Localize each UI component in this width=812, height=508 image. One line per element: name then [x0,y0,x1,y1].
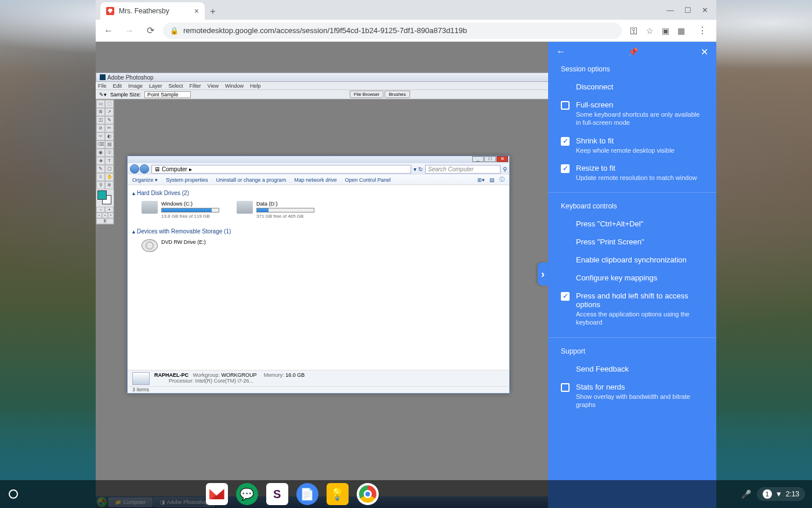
explorer-back-button[interactable] [130,164,139,174]
ps-menu-select[interactable]: Select [169,83,183,89]
explorer-path[interactable]: 🖥 Computer ▸ [151,165,411,174]
key-icon[interactable]: ⚿ [630,26,638,35]
ps-menu-help[interactable]: Help [250,83,261,89]
chrome-menu-button[interactable]: ⋮ [693,25,712,36]
ps-tool[interactable]: ☉ [105,149,114,157]
ps-tool[interactable]: ⬚ [105,100,114,108]
ps-tool[interactable]: ✂ [105,124,114,132]
ps-jump[interactable]: ⎘ [96,218,114,224]
remote-desktop-viewport[interactable]: Adobe Photoshop File Edit Image Layer Se… [96,42,716,508]
drive-d[interactable]: Data (D:) 371 GB free of 465 GB [237,201,314,219]
dvd-drive[interactable]: DVD RW Drive (E:) [142,239,206,252]
system-tray[interactable]: 🎤 1 ▼ 2:13 [741,487,805,501]
ps-menu-file[interactable]: File [98,83,107,89]
maximize-icon[interactable]: ☐ [684,6,691,15]
shift-access-option[interactable]: Press and hold left shift to access opti… [548,287,716,332]
refresh-icon[interactable]: ▾ ↻ [414,166,423,172]
disconnect-button[interactable]: Disconnect [548,78,716,96]
explorer-maximize-icon[interactable]: □ [484,156,496,162]
stats-checkbox[interactable] [561,383,570,392]
explorer-minimize-icon[interactable]: _ [472,156,484,162]
color-swatches[interactable] [96,189,114,207]
extension-icon-2[interactable]: ▦ [677,26,685,35]
ps-tool[interactable]: ⊞ [96,108,105,116]
organize-menu[interactable]: Organize ▾ [132,177,158,183]
pin-icon[interactable]: 📌 [628,47,638,56]
star-icon[interactable]: ☆ [646,26,654,35]
map-drive-button[interactable]: Map network drive [294,177,337,183]
system-properties-button[interactable]: System properties [166,177,208,183]
explorer-forward-button[interactable] [140,164,149,174]
ps-tool[interactable]: ⌫ [96,140,105,149]
ps-menu-image[interactable]: Image [128,83,143,89]
file-browser-tab[interactable]: File Browser [350,91,383,98]
search-icon[interactable]: ⚲ [503,166,507,172]
ps-menu-edit[interactable]: Edit [113,83,122,89]
gmail-app-icon[interactable] [206,483,228,505]
launcher-button[interactable] [2,483,24,505]
close-icon[interactable]: ✕ [702,6,708,15]
ps-menu-layer[interactable]: Layer [149,83,162,89]
docs-app-icon[interactable]: 📄 [296,483,318,505]
fullscreen-checkbox[interactable] [561,101,570,110]
print-screen-button[interactable]: Press "Print Screen" [548,233,716,251]
ps-screen[interactable]: ▫ [108,212,114,218]
ps-tool[interactable]: ▭ [96,100,105,108]
ps-tool[interactable]: ◊ [96,173,105,181]
ps-menu-view[interactable]: View [208,83,219,89]
hdd-group-header[interactable]: ▴ Hard Disk Drives (2) [132,188,505,199]
ps-menu-window[interactable]: Window [225,83,244,89]
ps-tool[interactable]: ◉ [96,149,105,157]
resize-to-fit-option[interactable]: Resize to fit Update remote resolution t… [548,159,716,186]
slack-app-icon[interactable]: S [266,483,288,505]
explorer-close-icon[interactable]: ✕ [496,156,508,162]
extension-icon-1[interactable]: ▣ [662,26,669,35]
browser-tab[interactable]: Mrs. Feathersby × [100,2,205,20]
minimize-icon[interactable]: — [666,6,674,15]
keep-app-icon[interactable]: 💡 [327,483,349,505]
resize-checkbox[interactable] [561,164,570,173]
ps-tool[interactable]: ▢ [105,165,114,173]
ps-tool[interactable]: ✑ [96,132,105,140]
forward-button[interactable]: → [121,23,137,39]
key-mappings-button[interactable]: Configure key mappings [548,269,716,287]
stats-for-nerds-option[interactable]: Stats for nerds Show overlay with bandwi… [548,378,716,414]
shift-checkbox[interactable] [561,292,570,301]
new-tab-button[interactable]: + [205,3,221,20]
send-feedback-button[interactable]: Send Feedback [548,360,716,378]
explorer-content[interactable]: ▴ Hard Disk Drives (2) Windows (C:) 13.8… [128,185,509,371]
ps-tool[interactable]: ⚲ [96,181,105,189]
ctrl-alt-del-button[interactable]: Press "Ctrl+Alt+Del" [548,215,716,233]
eyedropper-tool-icon[interactable]: ✎▾ [99,92,107,98]
ps-tool[interactable]: ✎ [96,165,105,173]
clipboard-sync-button[interactable]: Enable clipboard synchronization [548,251,716,269]
status-area[interactable]: 1 ▼ 2:13 [757,487,805,501]
explorer-search-input[interactable]: Search Computer [425,165,501,174]
panel-collapse-handle[interactable] [538,262,548,286]
ps-tool[interactable]: ⊘ [96,124,105,132]
brushes-tab[interactable]: Brushes [385,91,409,98]
shrink-to-fit-option[interactable]: Shrink to fit Keep whole remote desktop … [548,132,716,159]
back-button[interactable]: ← [100,23,117,39]
chrome-app-icon[interactable] [357,483,379,505]
removable-group-header[interactable]: ▴ Devices with Removable Storage (1) [132,226,505,237]
ps-menu-filter[interactable]: Filter [190,83,201,89]
panel-close-icon[interactable]: ✕ [701,46,708,57]
uninstall-button[interactable]: Uninstall or change a program [216,177,287,183]
ps-tool[interactable]: ⊕ [105,181,114,189]
ps-tool[interactable]: T [105,157,114,165]
help-icon[interactable]: ⓘ [499,176,505,183]
ps-tool[interactable]: ◈ [96,157,105,165]
tab-close-icon[interactable]: × [194,6,199,16]
explorer-titlebar[interactable]: _ □ ✕ [128,156,509,163]
mic-icon[interactable]: 🎤 [741,489,751,499]
ps-screen[interactable]: ▫ [102,212,108,218]
fullscreen-option[interactable]: Full-screen Some keyboard shortcuts are … [548,96,716,132]
shrink-checkbox[interactable] [561,137,570,146]
preview-pane-icon[interactable]: ▤ [490,177,495,183]
control-panel-button[interactable]: Open Control Panel [345,177,391,183]
ps-mode[interactable]: ▪ [105,207,114,212]
ps-tool[interactable]: ◫ [96,116,105,124]
ps-tool[interactable]: ▤ [105,140,114,149]
ps-tool[interactable]: ✎ [105,116,114,124]
